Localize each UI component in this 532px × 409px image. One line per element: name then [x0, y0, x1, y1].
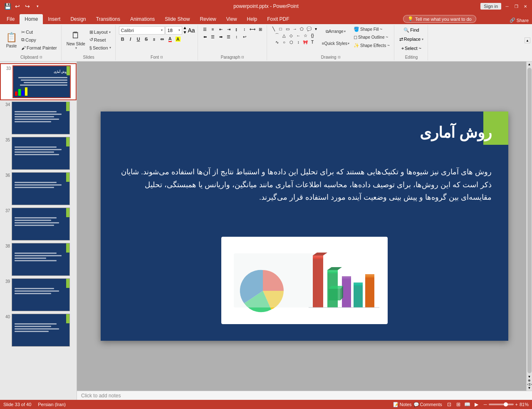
- font-name-input[interactable]: Calibri ▾: [119, 26, 165, 35]
- increase-indent-button[interactable]: ⇥: [225, 26, 233, 32]
- arrange-button[interactable]: ⧉ Arrange ▾: [320, 28, 351, 35]
- reset-button[interactable]: ↺ Reset: [88, 36, 113, 44]
- share-button[interactable]: 🔗 Share: [510, 17, 529, 23]
- tab-transitions[interactable]: Transitions: [91, 14, 125, 24]
- align-left-button[interactable]: ⬅: [201, 33, 209, 40]
- slide-item-40[interactable]: 40: [0, 312, 77, 348]
- pentagon-shape[interactable]: ⬠: [299, 26, 305, 32]
- rounded-rect-shape[interactable]: ▭: [285, 26, 291, 32]
- reading-view-button[interactable]: 📖: [464, 401, 471, 408]
- convert-button[interactable]: ⟷: [249, 26, 256, 32]
- rtl-button[interactable]: ↩: [241, 33, 248, 40]
- normal-view-button[interactable]: ⊡: [445, 401, 453, 408]
- shape-fill-button[interactable]: 🪣 Shape Fill ~: [352, 26, 391, 33]
- align-right-button[interactable]: ➡: [217, 33, 225, 40]
- diamond-shape[interactable]: ◇: [288, 32, 294, 38]
- triangle-shape[interactable]: △: [281, 32, 287, 38]
- quick-styles-button[interactable]: ≡ Quick Styles ▾: [320, 40, 351, 47]
- paragraph-expand[interactable]: ⊡: [241, 55, 244, 59]
- close-button[interactable]: ✕: [522, 3, 529, 10]
- columns-button[interactable]: ⫿: [233, 26, 240, 32]
- curve-shape[interactable]: ⌒: [274, 32, 280, 38]
- bold-button[interactable]: B: [119, 35, 126, 43]
- shape-effects-button[interactable]: ✨ Shape Effects ~: [352, 42, 391, 49]
- scroll-thumb[interactable]: [527, 68, 532, 373]
- slide-item-34[interactable]: 34: [0, 100, 77, 136]
- tab-slideshow[interactable]: Slide Show: [160, 14, 195, 24]
- new-slide-button[interactable]: 🗒 New Slide ▾: [65, 28, 87, 52]
- slide-item-38[interactable]: 38: [0, 242, 77, 277]
- tab-file[interactable]: File: [2, 14, 20, 24]
- zoom-out-button[interactable]: ─: [484, 402, 487, 407]
- scroll-bottom[interactable]: ▼: [528, 386, 531, 390]
- shape-outline-button[interactable]: ◻ Shape Outline ~: [352, 34, 391, 41]
- slide-item-35[interactable]: 35: [0, 136, 77, 171]
- canvas-scroll[interactable]: ▲ ▼ ⊕ ◁▷ ▼ روش آماری روش های آماری نیز ش…: [77, 62, 532, 391]
- layout-button[interactable]: ⊞ Layout ▾: [88, 28, 113, 36]
- spacing-button[interactable]: ⇔: [158, 35, 166, 43]
- copy-button[interactable]: ⧉ Copy: [20, 36, 59, 44]
- vertical-scrollbar[interactable]: ▲ ▼ ⊕ ◁▷ ▼: [526, 62, 532, 391]
- restore-button[interactable]: ❐: [513, 3, 520, 10]
- freeform-shape[interactable]: ∿: [274, 39, 280, 45]
- clear-format-button[interactable]: Aa: [188, 27, 195, 34]
- font-decrease-button[interactable]: ▼: [183, 30, 187, 35]
- bracket-shape[interactable]: {}: [309, 32, 316, 38]
- slide-item-36[interactable]: 36: [0, 171, 77, 206]
- justify-button[interactable]: ☰: [225, 33, 233, 40]
- italic-button[interactable]: I: [127, 35, 134, 43]
- font-size-input[interactable]: 18 ▾: [166, 26, 182, 35]
- zoom-in-button[interactable]: +: [515, 402, 518, 407]
- minimize-button[interactable]: ─: [504, 3, 510, 10]
- scroll-expand-button[interactable]: ⊕: [528, 379, 531, 382]
- ellipse-shape[interactable]: ○: [281, 39, 287, 45]
- tab-help[interactable]: Help: [242, 14, 262, 24]
- replace-button[interactable]: ⇄ Replace ▾: [398, 35, 425, 43]
- scroll-arrows-button[interactable]: ◁▷: [527, 382, 532, 386]
- slide-title[interactable]: روش آماری: [117, 124, 492, 141]
- drawing-expand[interactable]: ⊡: [338, 55, 341, 59]
- rect-shape[interactable]: □: [277, 26, 284, 32]
- left-arrow-shape[interactable]: ←: [295, 32, 302, 38]
- customize-icon[interactable]: ▾: [33, 2, 42, 10]
- slide-item-39[interactable]: 39: [0, 277, 77, 312]
- find-button[interactable]: 🔍 Find: [402, 26, 421, 34]
- highlight-button[interactable]: A: [174, 35, 182, 43]
- clipboard-expand[interactable]: ⊡: [40, 55, 42, 59]
- scroll-up-button[interactable]: ▲: [528, 62, 531, 66]
- tab-home[interactable]: Home: [20, 14, 43, 24]
- ribbon-shape[interactable]: 🎀: [302, 39, 309, 45]
- align-center-button[interactable]: ☰: [209, 33, 217, 40]
- select-button[interactable]: ⌖ Select ~: [400, 44, 423, 52]
- underline-button[interactable]: U: [135, 35, 142, 43]
- arrow-shape[interactable]: →: [292, 26, 298, 32]
- tab-review[interactable]: Review: [195, 14, 221, 24]
- star-shape[interactable]: ☆: [302, 32, 309, 38]
- tab-insert[interactable]: Insert: [43, 14, 65, 24]
- tab-design[interactable]: Design: [65, 14, 91, 24]
- slide-item-37[interactable]: 37: [0, 206, 77, 242]
- cut-button[interactable]: ✂ Cut: [20, 28, 59, 36]
- font-color-button[interactable]: A: [166, 35, 174, 43]
- text-direction-button[interactable]: ↕: [241, 26, 248, 32]
- smartart-button[interactable]: ⊞: [257, 26, 264, 32]
- slide-chart-image[interactable]: [221, 237, 388, 324]
- tab-animations[interactable]: Animations: [125, 14, 160, 24]
- updown-shape[interactable]: ↕: [295, 39, 302, 45]
- hex-shape[interactable]: ⬡: [288, 39, 294, 45]
- paste-button[interactable]: 📋 Paste: [4, 28, 19, 52]
- slide-canvas[interactable]: روش آماری روش های آماری نیز شیوه‌ها و تک…: [101, 112, 508, 341]
- text-shape[interactable]: T: [309, 39, 316, 45]
- redo-icon[interactable]: ↪: [23, 2, 32, 10]
- tab-view[interactable]: View: [221, 14, 242, 24]
- shadow-button[interactable]: s: [151, 35, 158, 43]
- format-painter-button[interactable]: 🖌 Format Painter: [20, 44, 59, 52]
- slideshow-button[interactable]: ▶: [473, 401, 480, 408]
- zoom-slider[interactable]: [489, 404, 514, 405]
- slide-body-text[interactable]: روش های آماری نیز شیوه‌ها و تکنیک‌هایی ه…: [117, 166, 492, 204]
- slide-sorter-button[interactable]: ⊞: [455, 401, 462, 408]
- font-increase-button[interactable]: ▲: [183, 26, 187, 30]
- undo-icon[interactable]: ↩: [13, 2, 22, 10]
- notes-bar[interactable]: Click to add notes: [77, 391, 532, 400]
- ribbon-collapse-button[interactable]: ▲: [525, 37, 530, 43]
